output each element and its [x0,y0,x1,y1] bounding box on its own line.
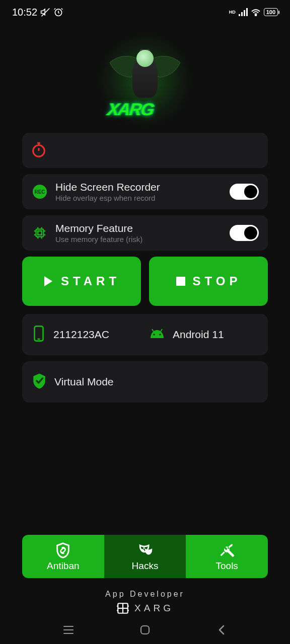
mute-icon [40,7,50,17]
virtual-mode-label: Virtual Mode [54,376,114,388]
svg-line-0 [42,9,50,17]
signal-icon [239,8,248,16]
logo-brand-text: XARG [106,100,155,119]
hide-recorder-title: Hide Screen Recorder [55,181,223,193]
svg-point-15 [153,334,155,336]
device-os: Android 11 [173,329,224,341]
memory-feature-subtitle: Use memory feature (risk) [55,235,223,244]
svg-rect-29 [141,626,149,634]
alarm-icon [53,7,63,17]
memory-feature-title: Memory Feature [55,222,223,234]
nav-antiban-label: Antiban [47,560,79,572]
svg-text:REC: REC [34,189,45,195]
svg-rect-11 [38,231,42,235]
android-icon [149,328,166,341]
tools-icon [219,542,236,559]
memory-feature-toggle[interactable] [230,225,259,241]
shield-link-icon [54,542,71,559]
bottom-nav: Antiban Hacks Tools [22,535,268,578]
svg-point-6 [255,15,256,16]
footer-label: App Developer [0,590,290,599]
hide-recorder-row: REC Hide Screen Recorder Hide overlay es… [22,174,268,209]
phone-icon [31,325,46,344]
memory-feature-row: Memory Feature Use memory feature (risk) [22,215,268,251]
svg-rect-2 [239,14,240,16]
status-time: 10:52 [12,7,37,18]
chip-icon [31,224,48,242]
stop-icon [176,276,186,286]
svg-point-16 [159,334,161,336]
footer-brand-text: XARG [134,603,174,614]
wifi-icon [251,8,261,16]
hide-recorder-subtitle: Hide overlay esp when record [55,194,223,202]
svg-rect-4 [244,10,245,16]
stop-label: STOP [193,274,242,288]
svg-rect-5 [246,8,248,16]
hd-icon: HD [229,10,236,15]
nav-hacks-label: Hacks [132,560,159,572]
footer: App Developer XARG [0,590,290,615]
nav-tools[interactable]: Tools [186,535,268,578]
nav-antiban[interactable]: Antiban [22,535,104,578]
nav-tools-label: Tools [216,560,238,572]
system-nav-bar [0,616,290,644]
rec-icon: REC [31,183,48,200]
play-icon [43,275,54,287]
hide-recorder-toggle[interactable] [230,184,259,200]
app-logo: XARG [0,27,290,133]
status-bar: 10:52 HD 100 [0,0,290,22]
virtual-mode-card: Virtual Mode [22,361,268,403]
svg-line-18 [161,329,162,332]
shield-check-icon [31,372,47,391]
start-button[interactable]: START [22,257,141,306]
nav-hacks[interactable]: Hacks [104,535,186,578]
svg-rect-10 [36,229,44,237]
start-label: START [61,274,120,288]
battery-icon: 100 [264,8,278,16]
svg-rect-3 [241,12,243,16]
sys-back-button[interactable] [211,620,232,640]
stop-button[interactable]: STOP [149,257,268,306]
device-info-card: 2112123AC Android 11 [22,314,268,355]
sys-recent-button[interactable] [58,620,79,640]
svg-line-17 [152,329,154,332]
timer-card [22,133,268,168]
masks-icon [136,542,154,559]
grid-icon [116,602,129,615]
sys-home-button[interactable] [135,620,155,640]
svg-rect-12 [176,277,185,286]
device-model: 2112123AC [53,329,109,341]
stopwatch-icon [30,141,47,160]
